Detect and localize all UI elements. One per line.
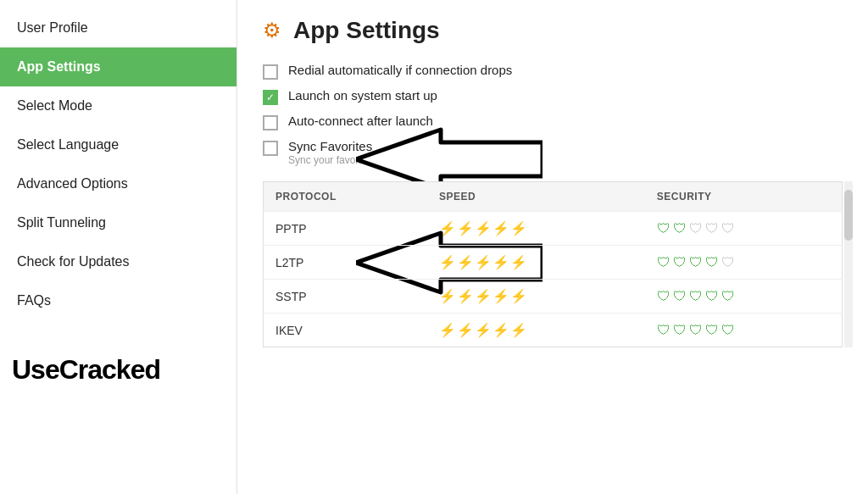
setting-sync-favorites: Sync Favorites Sync your favorite locati…: [263, 139, 843, 166]
col-header-protocol: PROTOCOL: [264, 182, 428, 212]
page-title: App Settings: [293, 17, 440, 44]
sidebar-item-split-tunneling[interactable]: Split Tunneling: [0, 203, 236, 242]
shield-filled-icon: 🛡: [705, 323, 719, 338]
cell-security-pptp: 🛡🛡🛡🛡🛡: [645, 212, 843, 246]
cell-protocol-sstp: SSTP: [264, 280, 428, 314]
cell-protocol-ikev: IKEV: [264, 314, 428, 347]
page-header: ⚙ App Settings: [263, 17, 843, 44]
checkbox-redial[interactable]: [263, 64, 278, 80]
protocol-table-container: PROTOCOL SPEED SECURITY PPTP⚡⚡⚡⚡⚡🛡🛡🛡🛡🛡L2…: [263, 181, 843, 347]
setting-launch-startup: ✓ Launch on system start up: [263, 88, 843, 105]
setting-redial: Redial automatically if connection drops: [263, 63, 843, 80]
scrollbar-thumb[interactable]: [844, 190, 853, 241]
shield-filled-icon: 🛡: [657, 323, 670, 338]
checkbox-launch-startup[interactable]: ✓: [263, 90, 278, 105]
cell-protocol-l2tp: L2TP: [264, 246, 428, 280]
scrollbar[interactable]: [844, 181, 853, 347]
shield-filled-icon: 🛡: [673, 323, 687, 338]
checkbox-auto-connect[interactable]: [263, 115, 278, 130]
sidebar: User Profile App Settings Select Mode Se…: [0, 0, 237, 494]
sidebar-item-select-language[interactable]: Select Language: [0, 125, 236, 164]
sidebar-item-check-updates[interactable]: Check for Updates: [0, 242, 236, 281]
protocol-table: PROTOCOL SPEED SECURITY PPTP⚡⚡⚡⚡⚡🛡🛡🛡🛡🛡L2…: [263, 181, 843, 347]
cell-protocol-pptp: PPTP: [264, 212, 428, 246]
cell-security-ikev: 🛡🛡🛡🛡🛡: [645, 314, 843, 347]
table-row: PPTP⚡⚡⚡⚡⚡🛡🛡🛡🛡🛡: [264, 212, 843, 246]
cell-security-sstp: 🛡🛡🛡🛡🛡: [645, 280, 843, 314]
shield-filled-icon: 🛡: [721, 323, 735, 338]
shield-empty-icon: 🛡: [721, 221, 735, 236]
shield-empty-icon: 🛡: [721, 255, 735, 270]
shield-filled-icon: 🛡: [673, 255, 687, 270]
shield-filled-icon: 🛡: [673, 221, 687, 236]
shield-filled-icon: 🛡: [657, 289, 670, 304]
table-row: IKEV⚡⚡⚡⚡⚡🛡🛡🛡🛡🛡: [264, 314, 843, 347]
svg-marker-0: [356, 130, 542, 189]
shield-filled-icon: 🛡: [689, 289, 703, 304]
cell-speed-ikev: ⚡⚡⚡⚡⚡: [427, 314, 645, 347]
shield-empty-icon: 🛡: [689, 221, 703, 236]
col-header-speed: SPEED: [427, 182, 645, 212]
checkbox-sync-favorites[interactable]: [263, 141, 278, 156]
cell-speed-sstp: ⚡⚡⚡⚡⚡: [427, 280, 645, 314]
sidebar-item-app-settings[interactable]: App Settings: [0, 47, 236, 86]
main-content: ⚙ App Settings Redial automatically if c…: [237, 0, 868, 494]
gear-icon: ⚙: [263, 19, 281, 42]
watermark: UseCracked: [0, 354, 236, 386]
shield-filled-icon: 🛡: [705, 289, 719, 304]
settings-options: Redial automatically if connection drops…: [263, 63, 843, 166]
sidebar-item-select-mode[interactable]: Select Mode: [0, 86, 236, 125]
shield-filled-icon: 🛡: [721, 289, 735, 304]
setting-label-redial: Redial automatically if connection drops: [288, 63, 512, 77]
table-row: L2TP⚡⚡⚡⚡⚡🛡🛡🛡🛡🛡: [264, 246, 843, 280]
setting-auto-connect: Auto-connect after launch: [263, 114, 843, 130]
shield-filled-icon: 🛡: [689, 255, 703, 270]
cell-speed-l2tp: ⚡⚡⚡⚡⚡: [427, 246, 645, 280]
shield-empty-icon: 🛡: [705, 221, 719, 236]
shield-filled-icon: 🛡: [705, 255, 719, 270]
cell-speed-pptp: ⚡⚡⚡⚡⚡: [427, 212, 645, 246]
arrow-select-language: [356, 125, 526, 185]
shield-filled-icon: 🛡: [689, 323, 703, 338]
cell-security-l2tp: 🛡🛡🛡🛡🛡: [645, 246, 843, 280]
table-row: SSTP⚡⚡⚡⚡⚡🛡🛡🛡🛡🛡: [264, 280, 843, 314]
shield-filled-icon: 🛡: [657, 255, 670, 270]
shield-filled-icon: 🛡: [673, 289, 687, 304]
sidebar-item-user-profile[interactable]: User Profile: [0, 8, 236, 47]
shield-filled-icon: 🛡: [657, 221, 670, 236]
setting-label-launch-startup: Launch on system start up: [288, 88, 437, 103]
sidebar-item-advanced-options[interactable]: Advanced Options: [0, 164, 236, 203]
sidebar-item-faqs[interactable]: FAQs: [0, 281, 236, 320]
col-header-security: SECURITY: [645, 182, 843, 212]
